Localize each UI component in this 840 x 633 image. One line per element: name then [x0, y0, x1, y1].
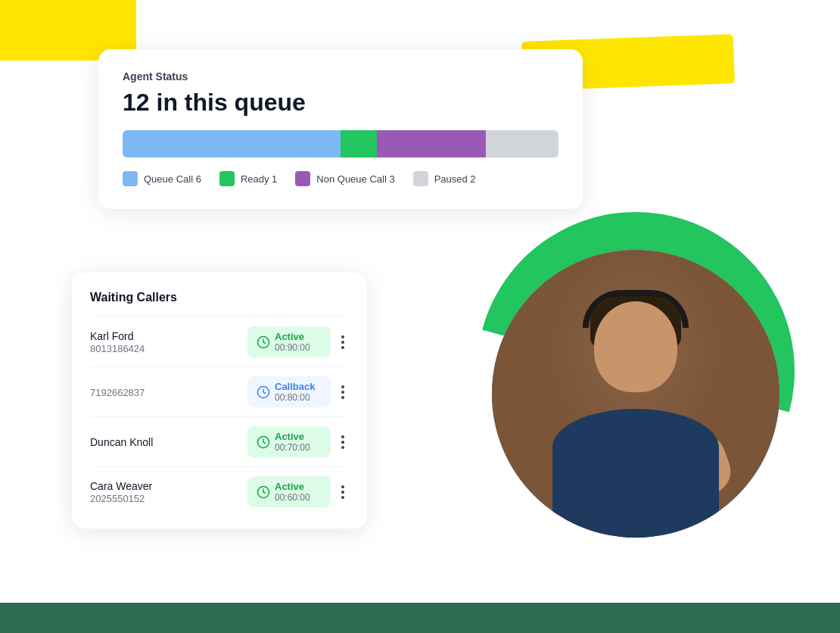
badge-status-label: Active	[275, 431, 304, 442]
caller-row: Cara Weaver 2025550152 Active 00:60:00	[90, 466, 349, 516]
caller-name: Duncan Knoll	[90, 436, 247, 448]
legend-label-paused: Paused 2	[434, 173, 476, 185]
badge-time: 00:90:00	[275, 342, 310, 353]
legend-dot-ready	[219, 171, 235, 186]
badge-time: 00:80:00	[275, 392, 310, 403]
badge-status-label: Active	[275, 481, 304, 492]
caller-row: Duncan Knoll Active 00:70:00	[90, 416, 349, 466]
caller-phone: 8013186424	[90, 343, 247, 354]
queue-count: 12 in this queue	[123, 89, 558, 117]
agent-status-title: Agent Status	[123, 70, 558, 83]
status-badge-active: Active 00:70:00	[247, 426, 331, 457]
legend-item-queue-call: Queue Call 6	[123, 171, 201, 186]
badge-inner: Active 00:70:00	[275, 431, 310, 453]
caller-info: 7192662837	[90, 386, 247, 398]
status-badge-callback: Callback 00:80:00	[247, 376, 331, 407]
caller-name: Cara Weaver	[90, 480, 247, 492]
callback-clock-icon	[257, 385, 270, 399]
badge-status-label: Active	[275, 331, 304, 342]
caller-phone: 7192662837	[90, 387, 247, 398]
legend-label-ready: Ready 1	[241, 173, 277, 185]
status-badge-active: Active 00:90:00	[247, 326, 331, 357]
clock-icon	[257, 485, 270, 499]
more-options-button[interactable]	[337, 385, 349, 399]
bar-ready	[341, 130, 377, 157]
clock-icon	[257, 435, 270, 449]
caller-info: Karl Ford 8013186424	[90, 330, 247, 354]
clock-icon	[257, 335, 270, 349]
headset-icon	[583, 290, 689, 328]
caller-row: 7192662837 Callback 00:80:00	[90, 366, 349, 416]
agent-status-card: Agent Status 12 in this queue Queue Call…	[98, 49, 583, 209]
legend-item-ready: Ready 1	[219, 171, 277, 186]
agent-photo	[492, 250, 779, 538]
badge-time: 00:70:00	[275, 442, 310, 453]
status-badge-active: Active 00:60:00	[247, 476, 331, 507]
caller-phone: 2025550152	[90, 493, 247, 504]
badge-status-label: Callback	[275, 381, 315, 392]
more-options-button[interactable]	[337, 485, 349, 499]
status-bar	[123, 130, 558, 157]
more-options-button[interactable]	[337, 435, 349, 449]
bar-non-queue	[377, 130, 486, 157]
bar-queue-call	[123, 130, 341, 157]
caller-info: Duncan Knoll	[90, 436, 247, 448]
person-body	[552, 409, 719, 538]
badge-inner: Active 00:90:00	[275, 331, 310, 353]
legend-dot-paused	[413, 171, 428, 186]
badge-inner: Active 00:60:00	[275, 481, 310, 503]
bar-paused	[486, 130, 558, 157]
legend-item-non-queue: Non Queue Call 3	[295, 171, 394, 186]
caller-name: Karl Ford	[90, 330, 247, 342]
legend-dot-non-queue	[295, 171, 310, 186]
legend-dot-queue-call	[123, 171, 138, 186]
more-options-button[interactable]	[337, 335, 349, 349]
badge-time: 00:60:00	[275, 492, 310, 503]
bottom-bar	[0, 603, 840, 633]
legend-label-queue-call: Queue Call 6	[144, 173, 201, 185]
caller-info: Cara Weaver 2025550152	[90, 480, 247, 504]
badge-inner: Callback 00:80:00	[275, 381, 315, 403]
waiting-callers-title: Waiting Callers	[90, 291, 349, 304]
legend-label-non-queue: Non Queue Call 3	[316, 173, 394, 185]
caller-row: Karl Ford 8013186424 Active 00:90:00	[90, 316, 349, 366]
legend: Queue Call 6 Ready 1 Non Queue Call 3 Pa…	[123, 171, 558, 186]
waiting-callers-card: Waiting Callers Karl Ford 8013186424 Act…	[72, 273, 367, 529]
legend-item-paused: Paused 2	[413, 171, 476, 186]
